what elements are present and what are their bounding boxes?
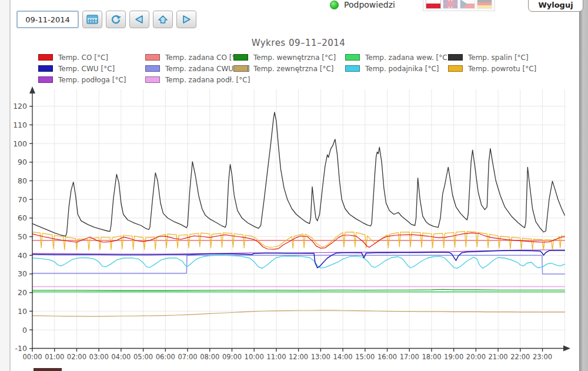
legend-item-cwu: Temp. CWU [°C] [38,63,126,74]
svg-text:16:00: 16:00 [377,353,397,361]
right-triangle-icon [181,14,192,25]
legend-item-zewnetrzna: Temp. zewnętrzna [°C] [233,63,336,74]
svg-text:10:00: 10:00 [245,353,264,361]
refresh-button[interactable] [106,11,126,28]
calendar-icon [86,14,99,25]
legend-swatch-icon [448,65,463,72]
svg-text:01:00: 01:00 [45,353,64,361]
legend-swatch-icon [345,65,360,72]
svg-text:08:00: 08:00 [200,353,219,361]
svg-text:09:00: 09:00 [222,353,242,361]
legend-label: Temp. podajnika [°C] [365,65,439,73]
svg-text:07:00: 07:00 [178,353,197,361]
svg-text:02:00: 02:00 [67,353,86,361]
svg-text:90: 90 [18,158,27,166]
hints-indicator: Podpowiedzi [330,0,395,9]
svg-text:120: 120 [13,102,27,111]
svg-text:11:00: 11:00 [266,353,286,361]
svg-text:70: 70 [18,195,27,204]
svg-text:100: 100 [13,139,27,148]
legend-label: Temp. zadana wew. [°C] [365,54,450,62]
language-switcher [423,0,495,11]
svg-text:00:00: 00:00 [22,353,42,361]
svg-text:110: 110 [13,121,27,129]
refresh-icon [110,14,122,25]
svg-text:23:00: 23:00 [533,353,552,361]
svg-text:13:00: 13:00 [311,353,330,361]
chart-title: Wykres 09–11–2014 [32,38,564,48]
legend-item-spalin: Temp. spalin [°C] [448,52,536,63]
legend-item-podajnika: Temp. podajnika [°C] [345,63,450,74]
svg-text:04:00: 04:00 [111,353,131,361]
legend-swatch-icon [448,54,463,61]
up-button[interactable] [153,11,173,28]
legend-item-co: Temp. CO [°C] [38,52,126,63]
flag-poland-icon[interactable] [426,0,441,9]
legend-column: Temp. CO [°C]Temp. CWU [°C]Temp. podłoga… [38,52,126,85]
svg-text:15:00: 15:00 [355,353,375,361]
legend-swatch-icon [145,65,160,72]
legend-item-wewnetrzna: Temp. wewnętrzna [°C] [233,52,336,63]
legend-column: Temp. spalin [°C]Temp. powrotu [°C] [448,52,536,74]
legend-label: Temp. spalin [°C] [468,54,529,62]
legend-label: Temp. powrotu [°C] [468,65,536,73]
svg-text:50: 50 [18,232,27,241]
svg-text:21:00: 21:00 [489,353,508,361]
logout-button[interactable]: Wyloguj [528,0,583,12]
legend-swatch-icon [145,54,160,61]
legend-column: Temp. wewnętrzna [°C]Temp. zewnętrzna [°… [233,52,336,74]
svg-text:05:00: 05:00 [133,353,153,361]
legend-label: Temp. wewnętrzna [°C] [253,54,336,62]
svg-text:03:00: 03:00 [89,353,109,361]
svg-text:80: 80 [18,176,27,185]
legend-label: Temp. CO [°C] [58,54,108,62]
svg-text:0: 0 [22,326,27,335]
legend-item-zadana_wew: Temp. zadana wew. [°C] [345,52,450,63]
legend-swatch-icon [38,54,53,61]
svg-text:19:00: 19:00 [444,353,463,361]
svg-text:06:00: 06:00 [156,353,175,361]
prev-day-button[interactable] [129,11,149,28]
flag-czech-icon[interactable] [460,0,475,9]
legend-swatch-icon [345,54,360,61]
chart-svg: -10010203040506070809010011012000:0001:0… [0,82,588,367]
legend-label: Temp. zadana CO [°C] [165,54,243,62]
calendar-button[interactable] [82,11,102,28]
toolbar [16,11,196,28]
next-day-button[interactable] [176,11,196,28]
chart-plot-area: -10010203040506070809010011012000:0001:0… [0,82,588,367]
legend-swatch-icon [38,65,53,72]
svg-text:10: 10 [18,307,27,316]
svg-text:17:00: 17:00 [400,353,419,361]
next-chart-cut-legend [34,368,62,371]
svg-text:14:00: 14:00 [333,353,353,361]
svg-text:20: 20 [18,288,27,297]
svg-text:20:00: 20:00 [466,353,486,361]
svg-text:22:00: 22:00 [510,353,530,361]
legend-item-powrotu: Temp. powrotu [°C] [448,63,536,74]
hints-label: Podpowiedzi [344,0,395,9]
legend-swatch-icon [233,65,248,72]
legend-swatch-icon [233,54,248,61]
svg-text:-10: -10 [15,344,27,353]
legend-column: Temp. zadana wew. [°C]Temp. podajnika [°… [345,52,450,74]
flag-uk-icon[interactable] [443,0,458,9]
grid-lines [32,89,566,348]
legend-label: Temp. zewnętrzna [°C] [253,65,334,73]
svg-text:12:00: 12:00 [289,353,308,361]
svg-text:40: 40 [18,251,27,260]
svg-text:30: 30 [18,269,27,278]
svg-text:18:00: 18:00 [422,353,441,361]
chart-legend: Temp. CO [°C]Temp. CWU [°C]Temp. podłoga… [0,52,588,85]
flag-germany-icon[interactable] [477,0,492,9]
up-arrow-icon [157,14,169,25]
left-triangle-icon [133,14,145,25]
legend-label: Temp. CWU [°C] [58,65,115,73]
green-led-icon [330,1,339,9]
date-input[interactable] [16,11,79,28]
svg-text:60: 60 [18,213,27,222]
